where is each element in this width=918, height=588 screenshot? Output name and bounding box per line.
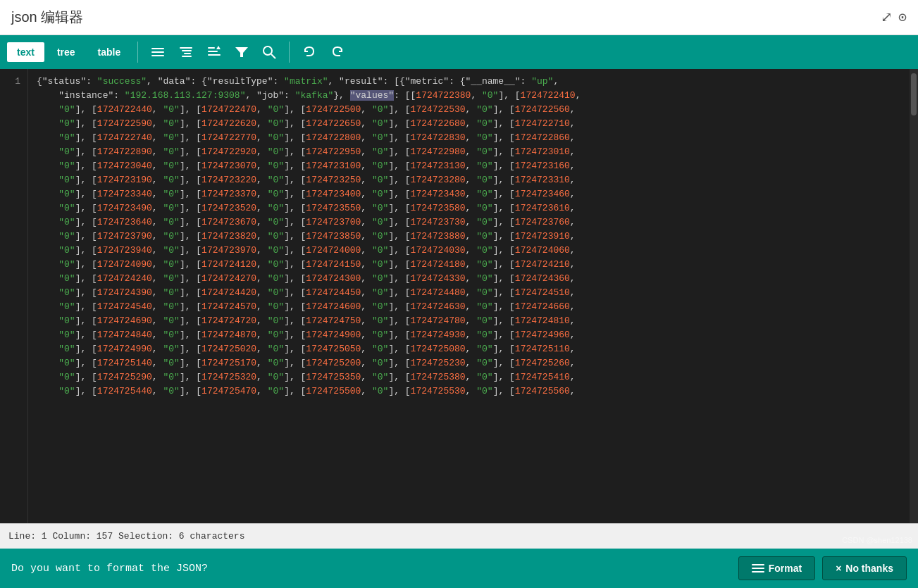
svg-rect-15 (752, 568, 764, 569)
format-button[interactable]: Format (738, 556, 815, 580)
svg-rect-8 (208, 51, 218, 52)
collapse-all-button[interactable] (145, 44, 170, 61)
code-editor[interactable]: {"status": "success", "data": {"resultTy… (28, 69, 910, 523)
editor-container: 1 {"status": "success", "data": {"result… (0, 69, 918, 523)
svg-rect-16 (752, 571, 764, 573)
title-bar: json 编辑器 ⤢ ⊙ (0, 0, 918, 35)
undo-button[interactable] (297, 42, 322, 62)
svg-rect-2 (151, 55, 164, 56)
redo-button[interactable] (325, 42, 350, 62)
no-thanks-x: × (836, 563, 841, 574)
svg-rect-5 (184, 53, 191, 54)
svg-rect-4 (182, 50, 192, 51)
tab-tree[interactable]: tree (47, 42, 85, 62)
sort-button[interactable] (201, 43, 227, 61)
format-question: Do you want to format the JSON? (11, 563, 208, 575)
separator-1 (137, 42, 138, 63)
svg-rect-6 (182, 56, 192, 57)
svg-rect-7 (208, 47, 215, 49)
title-icons: ⤢ ⊙ (881, 8, 907, 26)
svg-rect-3 (180, 47, 192, 49)
svg-marker-11 (235, 47, 248, 57)
svg-rect-14 (752, 564, 764, 565)
svg-marker-10 (216, 46, 221, 49)
format-bar: Do you want to format the JSON? Format ×… (0, 549, 918, 588)
scrollbar[interactable] (910, 69, 918, 523)
svg-rect-0 (151, 48, 164, 49)
status-text: Line: 1 Column: 157 Selection: 6 charact… (8, 531, 244, 542)
no-thanks-label: No thanks (845, 563, 893, 574)
tab-table[interactable]: table (88, 42, 131, 62)
format-label: Format (769, 563, 802, 574)
app-title: json 编辑器 (11, 8, 83, 27)
svg-rect-1 (151, 51, 164, 53)
toolbar: text tree table (0, 35, 918, 69)
scrollbar-thumb[interactable] (911, 73, 917, 115)
separator-2 (289, 42, 290, 63)
status-bar: Line: 1 Column: 157 Selection: 6 charact… (0, 523, 918, 549)
tab-text[interactable]: text (7, 42, 44, 62)
format-buttons: Format × No thanks (738, 556, 907, 580)
svg-rect-9 (208, 54, 221, 56)
search-button[interactable] (256, 42, 282, 62)
no-thanks-button[interactable]: × No thanks (822, 556, 907, 580)
watermark: CSDN @shen12138 (842, 536, 912, 544)
svg-line-13 (271, 54, 275, 58)
svg-point-12 (263, 46, 272, 55)
line-number: 1 (7, 75, 20, 89)
filter-button[interactable] (230, 43, 254, 61)
expand-icon[interactable]: ⤢ (881, 8, 893, 26)
settings-icon[interactable]: ⊙ (898, 8, 907, 26)
line-numbers: 1 (0, 69, 28, 523)
expand-all-button[interactable] (173, 44, 199, 61)
